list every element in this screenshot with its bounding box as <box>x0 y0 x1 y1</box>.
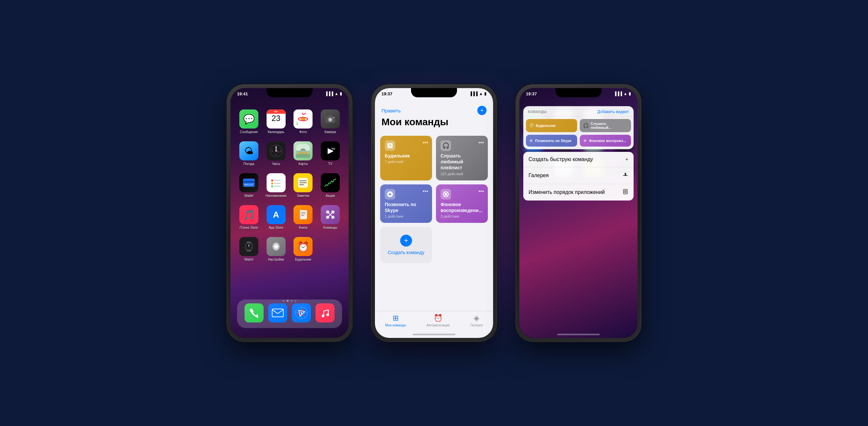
home-bar-3 <box>557 334 600 335</box>
tab-gallery-label: Галерея <box>470 323 483 327</box>
tab-shortcuts-icon: ⊞ <box>393 314 399 322</box>
svg-text:WALLET: WALLET <box>244 183 253 186</box>
dock-music[interactable] <box>313 303 337 324</box>
svg-point-2 <box>297 116 298 125</box>
app-label-tv: TV <box>328 162 333 166</box>
app-icon-wallet: WALLET <box>239 173 258 192</box>
widget-shortcut-background[interactable]: ✳ Фоновое воспроиз... <box>580 135 631 147</box>
svg-rect-33 <box>274 180 281 181</box>
ws-skype-icon: ✳ <box>529 138 533 143</box>
app-clock[interactable]: 12 6 9 3 Часы <box>264 141 288 166</box>
dock-safari[interactable] <box>289 303 313 324</box>
context-gallery-label: Галерея <box>529 173 549 178</box>
app-stocks[interactable]: Акции <box>318 173 342 198</box>
dock-phone[interactable] <box>242 303 266 324</box>
card-skype-more[interactable]: ••• <box>423 188 428 194</box>
app-messages[interactable]: 💬 Сообщения <box>237 110 261 134</box>
ws-alarm-icon: ⏱ <box>529 123 534 128</box>
notch-3 <box>555 88 601 97</box>
app-wallet[interactable]: WALLET Wallet <box>237 173 261 198</box>
svg-point-12 <box>333 117 334 118</box>
app-icon-itunes: 🎵 <box>239 205 258 224</box>
tab-bar: ⊞ Мои команды ⏰ Автоматизация ◈ Галерея <box>375 311 493 338</box>
context-menu: Создать быструю команду + Галерея <box>523 152 633 200</box>
shortcuts-edit-btn[interactable]: Править <box>381 108 401 113</box>
context-item-gallery[interactable]: Галерея <box>523 167 633 184</box>
shortcut-card-new[interactable]: + Создать команду <box>380 227 432 263</box>
svg-rect-61 <box>272 309 283 317</box>
app-icon-alarm: ⏰ <box>293 237 313 256</box>
app-maps[interactable]: 280 Карты <box>291 141 315 166</box>
cal-dayname: Пн <box>267 110 286 114</box>
app-label-settings: Настройки <box>268 258 284 262</box>
context-reorder-icon <box>622 189 628 196</box>
ws-playlist-icon: 🎧 <box>583 123 589 128</box>
widget-shortcut-skype[interactable]: ✳ Позвонить по Skype <box>526 135 577 147</box>
shortcuts-top-row: Править + <box>381 106 487 115</box>
app-photos[interactable]: Фото <box>291 110 315 134</box>
ws-alarm-label: Будильник <box>536 123 555 127</box>
app-row-5: Watch Настройки ⏰ <box>237 237 342 262</box>
dock-safari-icon <box>292 303 311 322</box>
app-camera[interactable]: Камера <box>318 110 342 134</box>
tab-my-shortcuts[interactable]: ⊞ Мои команды <box>385 314 406 327</box>
svg-point-17 <box>275 150 277 151</box>
dock-mail[interactable] <box>266 303 289 324</box>
app-settings[interactable]: Настройки <box>264 237 288 262</box>
cal-day: 23 <box>267 114 286 123</box>
svg-rect-85 <box>624 191 627 192</box>
app-icon-photos <box>293 110 313 129</box>
svg-rect-55 <box>247 250 251 252</box>
app-appstore[interactable]: A App Store <box>264 205 288 230</box>
card-background-more[interactable]: ••• <box>478 188 484 194</box>
app-shortcuts[interactable]: Команды <box>318 205 342 230</box>
context-create-label: Создать быструю команду <box>529 157 593 162</box>
tab-automation[interactable]: ⏰ Автоматизация <box>427 314 450 327</box>
app-label-itunes: iTunes Store <box>240 226 258 230</box>
svg-rect-40 <box>300 182 307 183</box>
app-tv[interactable]: ▶ TV TV <box>318 141 342 166</box>
status-icons-2: ▐▐▐ ▲ ▮ <box>469 91 487 96</box>
svg-point-32 <box>271 179 273 181</box>
svg-rect-39 <box>300 180 307 181</box>
shortcut-card-background[interactable]: ••• Фоновое воспроизведени... 3 действия <box>436 184 488 223</box>
svg-rect-84 <box>624 190 627 191</box>
app-calendar[interactable]: Пн 23 Календарь <box>264 110 288 134</box>
svg-point-68 <box>322 315 324 317</box>
signal-icon-2: ▐▐▐ <box>469 91 478 96</box>
app-reminders[interactable]: Напоминания <box>264 173 288 198</box>
app-weather[interactable]: 🌤 Погода <box>237 141 261 166</box>
svg-rect-54 <box>247 242 251 243</box>
phones-container: 19:41 ▐▐▐ ▲ ▮ 💬 Сообщения <box>227 85 641 341</box>
context-gallery-icon <box>622 172 628 179</box>
context-item-create[interactable]: Создать быструю команду + <box>523 152 633 167</box>
app-notes[interactable]: Заметки <box>291 173 315 198</box>
widget-shortcut-alarm[interactable]: ⏱ Будильник <box>526 119 577 132</box>
app-label-stocks: Акции <box>326 194 335 198</box>
widget-header: КОМАНДЫ Добавить виджет <box>523 106 633 116</box>
tab-gallery-icon: ◈ <box>474 314 479 322</box>
context-item-reorder[interactable]: Изменить порядок приложений <box>523 184 633 200</box>
shortcut-card-playlist[interactable]: 🎧 ••• Слушать любимый плейлист 220 дейст… <box>436 136 488 180</box>
widget-add-btn[interactable]: Добавить виджет <box>597 110 629 114</box>
card-playlist-icon: 🎧 <box>440 140 451 151</box>
shortcut-card-skype[interactable]: ••• Позвонить по Skype 1 действие <box>380 184 432 223</box>
app-books[interactable]: Книги <box>291 205 315 230</box>
home-grid: 💬 Сообщения Пн 23 Календарь <box>230 106 349 272</box>
widget-shortcut-playlist[interactable]: 🎧 Слушать любимый... <box>580 119 631 132</box>
app-row-1: 💬 Сообщения Пн 23 Календарь <box>237 110 342 134</box>
widget-app-name: КОМАНДЫ <box>528 110 547 114</box>
app-itunes[interactable]: 🎵 iTunes Store <box>237 205 261 230</box>
shortcuts-add-btn[interactable]: + <box>477 106 487 115</box>
app-watch[interactable]: Watch <box>237 237 261 262</box>
card-playlist-more[interactable]: ••• <box>478 140 484 146</box>
app-icon-tv: ▶ TV <box>321 141 340 161</box>
tab-gallery[interactable]: ◈ Галерея <box>470 314 483 327</box>
app-label-books: Книги <box>299 226 307 230</box>
app-alarm[interactable]: ⏰ Будильник <box>291 237 315 262</box>
card-alarm-more[interactable]: ••• <box>423 140 428 146</box>
phone2-screen: 19:37 ▐▐▐ ▲ ▮ Править + Мои команды <box>375 88 493 338</box>
phone-2: 19:37 ▐▐▐ ▲ ▮ Править + Мои команды <box>372 85 496 341</box>
app-icon-empty <box>321 237 340 256</box>
shortcut-card-alarm[interactable]: ••• Будильник 7 действий <box>380 136 432 180</box>
